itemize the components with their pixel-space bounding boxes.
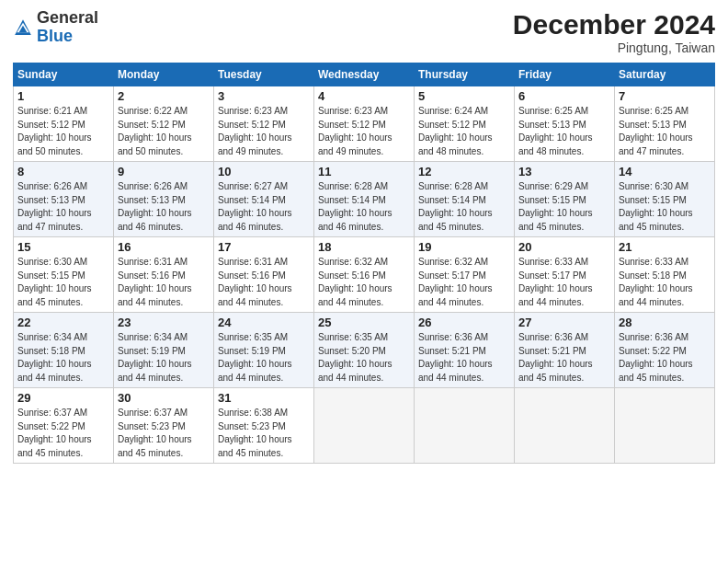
day-number: 12 [418,165,510,178]
calendar-cell: 4Sunrise: 6:23 AMSunset: 5:12 PMDaylight… [314,86,415,162]
day-info: Sunrise: 6:28 AMSunset: 5:14 PMDaylight:… [318,180,410,234]
logo: General Blue [13,9,98,46]
calendar-cell: 27Sunrise: 6:36 AMSunset: 5:21 PMDayligh… [515,313,615,388]
day-info: Sunrise: 6:27 AMSunset: 5:14 PMDaylight:… [218,180,310,234]
logo-icon [13,17,33,38]
col-header-wednesday: Wednesday [314,63,415,86]
day-number: 1 [17,89,109,103]
day-info: Sunrise: 6:29 AMSunset: 5:15 PMDaylight:… [518,180,610,234]
day-info: Sunrise: 6:38 AMSunset: 5:23 PMDaylight:… [218,407,310,460]
calendar-cell: 3Sunrise: 6:23 AMSunset: 5:12 PMDaylight… [214,86,314,162]
day-info: Sunrise: 6:35 AMSunset: 5:20 PMDaylight:… [318,331,410,385]
calendar-cell: 26Sunrise: 6:36 AMSunset: 5:21 PMDayligh… [415,313,515,388]
day-number: 10 [218,165,310,178]
calendar-cell [314,388,415,464]
calendar-cell: 18Sunrise: 6:32 AMSunset: 5:16 PMDayligh… [314,237,415,313]
calendar-cell: 1Sunrise: 6:21 AMSunset: 5:12 PMDaylight… [14,86,114,162]
calendar-cell: 30Sunrise: 6:37 AMSunset: 5:23 PMDayligh… [114,388,214,464]
calendar-header-row: SundayMondayTuesdayWednesdayThursdayFrid… [14,63,715,86]
day-number: 13 [518,165,610,178]
day-number: 28 [619,316,711,329]
day-number: 19 [418,240,510,254]
day-number: 16 [118,240,210,254]
col-header-monday: Monday [114,63,214,86]
day-number: 4 [318,89,410,103]
day-info: Sunrise: 6:31 AMSunset: 5:16 PMDaylight:… [218,256,310,309]
day-info: Sunrise: 6:34 AMSunset: 5:18 PMDaylight:… [17,331,109,385]
calendar-cell: 13Sunrise: 6:29 AMSunset: 5:15 PMDayligh… [515,162,615,237]
calendar-cell: 31Sunrise: 6:38 AMSunset: 5:23 PMDayligh… [214,388,314,464]
calendar-cell: 6Sunrise: 6:25 AMSunset: 5:13 PMDaylight… [515,86,615,162]
day-info: Sunrise: 6:24 AMSunset: 5:12 PMDaylight:… [418,105,510,158]
day-info: Sunrise: 6:26 AMSunset: 5:13 PMDaylight:… [118,180,210,234]
day-info: Sunrise: 6:23 AMSunset: 5:12 PMDaylight:… [218,105,310,158]
day-info: Sunrise: 6:36 AMSunset: 5:21 PMDaylight:… [518,331,610,385]
col-header-friday: Friday [515,63,615,86]
day-info: Sunrise: 6:34 AMSunset: 5:19 PMDaylight:… [118,331,210,385]
calendar-cell: 9Sunrise: 6:26 AMSunset: 5:13 PMDaylight… [114,162,214,237]
day-info: Sunrise: 6:37 AMSunset: 5:22 PMDaylight:… [17,407,109,460]
calendar-cell: 11Sunrise: 6:28 AMSunset: 5:14 PMDayligh… [314,162,415,237]
calendar-week-row: 22Sunrise: 6:34 AMSunset: 5:18 PMDayligh… [14,313,715,388]
day-number: 11 [318,165,410,178]
day-number: 26 [418,316,510,329]
calendar-cell: 14Sunrise: 6:30 AMSunset: 5:15 PMDayligh… [615,162,715,237]
day-number: 14 [619,165,711,178]
calendar-week-row: 1Sunrise: 6:21 AMSunset: 5:12 PMDaylight… [14,86,715,162]
day-number: 21 [619,240,711,254]
calendar-cell: 5Sunrise: 6:24 AMSunset: 5:12 PMDaylight… [415,86,515,162]
page-container: General Blue December 2024 Pingtung, Tai… [0,0,728,471]
day-number: 23 [118,316,210,329]
day-info: Sunrise: 6:26 AMSunset: 5:13 PMDaylight:… [17,180,109,234]
day-number: 15 [17,240,109,254]
day-number: 3 [218,89,310,103]
header: General Blue December 2024 Pingtung, Tai… [13,9,715,55]
day-info: Sunrise: 6:21 AMSunset: 5:12 PMDaylight:… [17,105,109,158]
day-info: Sunrise: 6:30 AMSunset: 5:15 PMDaylight:… [619,180,711,234]
day-info: Sunrise: 6:36 AMSunset: 5:22 PMDaylight:… [619,331,711,385]
calendar-cell: 7Sunrise: 6:25 AMSunset: 5:13 PMDaylight… [615,86,715,162]
day-info: Sunrise: 6:33 AMSunset: 5:18 PMDaylight:… [619,256,711,309]
calendar-cell: 8Sunrise: 6:26 AMSunset: 5:13 PMDaylight… [14,162,114,237]
calendar-cell: 15Sunrise: 6:30 AMSunset: 5:15 PMDayligh… [14,237,114,313]
day-info: Sunrise: 6:28 AMSunset: 5:14 PMDaylight:… [418,180,510,234]
day-number: 17 [218,240,310,254]
day-number: 29 [17,391,109,405]
calendar-subtitle: Pingtung, Taiwan [513,40,715,55]
col-header-thursday: Thursday [415,63,515,86]
day-number: 5 [418,89,510,103]
day-info: Sunrise: 6:36 AMSunset: 5:21 PMDaylight:… [418,331,510,385]
calendar-week-row: 8Sunrise: 6:26 AMSunset: 5:13 PMDaylight… [14,162,715,237]
calendar-cell: 24Sunrise: 6:35 AMSunset: 5:19 PMDayligh… [214,313,314,388]
calendar-cell: 21Sunrise: 6:33 AMSunset: 5:18 PMDayligh… [615,237,715,313]
calendar-cell [615,388,715,464]
day-number: 24 [218,316,310,329]
calendar-cell: 16Sunrise: 6:31 AMSunset: 5:16 PMDayligh… [114,237,214,313]
col-header-sunday: Sunday [14,63,114,86]
title-area: December 2024 Pingtung, Taiwan [513,9,715,55]
day-number: 7 [619,89,711,103]
calendar-cell: 29Sunrise: 6:37 AMSunset: 5:22 PMDayligh… [14,388,114,464]
calendar-cell: 17Sunrise: 6:31 AMSunset: 5:16 PMDayligh… [214,237,314,313]
calendar-cell [415,388,515,464]
day-info: Sunrise: 6:32 AMSunset: 5:17 PMDaylight:… [418,256,510,309]
day-info: Sunrise: 6:37 AMSunset: 5:23 PMDaylight:… [118,407,210,460]
col-header-tuesday: Tuesday [214,63,314,86]
day-number: 31 [218,391,310,405]
calendar-cell: 25Sunrise: 6:35 AMSunset: 5:20 PMDayligh… [314,313,415,388]
day-number: 2 [118,89,210,103]
day-info: Sunrise: 6:31 AMSunset: 5:16 PMDaylight:… [118,256,210,309]
calendar-week-row: 29Sunrise: 6:37 AMSunset: 5:22 PMDayligh… [14,388,715,464]
day-info: Sunrise: 6:30 AMSunset: 5:15 PMDaylight:… [17,256,109,309]
calendar-cell: 22Sunrise: 6:34 AMSunset: 5:18 PMDayligh… [14,313,114,388]
day-number: 9 [118,165,210,178]
day-info: Sunrise: 6:22 AMSunset: 5:12 PMDaylight:… [118,105,210,158]
calendar-table: SundayMondayTuesdayWednesdayThursdayFrid… [13,63,715,464]
calendar-cell: 20Sunrise: 6:33 AMSunset: 5:17 PMDayligh… [515,237,615,313]
calendar-cell: 12Sunrise: 6:28 AMSunset: 5:14 PMDayligh… [415,162,515,237]
day-info: Sunrise: 6:25 AMSunset: 5:13 PMDaylight:… [619,105,711,158]
calendar-cell: 19Sunrise: 6:32 AMSunset: 5:17 PMDayligh… [415,237,515,313]
calendar-cell: 28Sunrise: 6:36 AMSunset: 5:22 PMDayligh… [615,313,715,388]
day-info: Sunrise: 6:32 AMSunset: 5:16 PMDaylight:… [318,256,410,309]
calendar-title: December 2024 [513,9,715,40]
